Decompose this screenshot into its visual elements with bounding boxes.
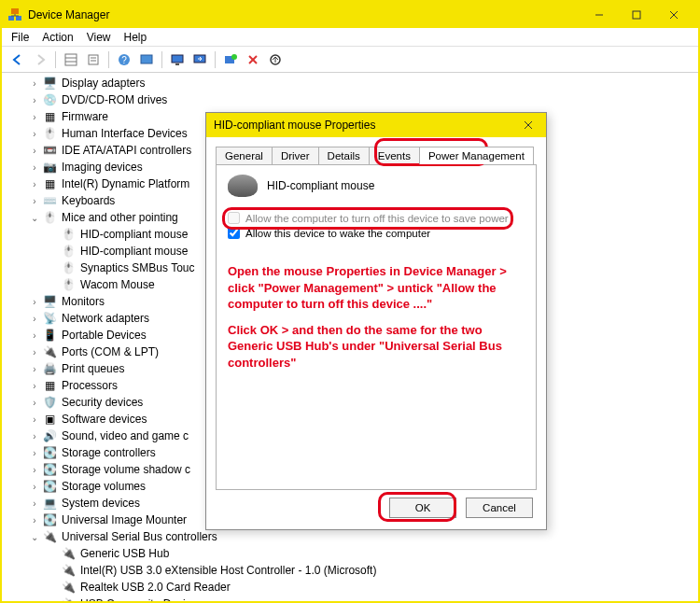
mouse-icon: 🖱️ bbox=[41, 210, 58, 225]
chip-icon: ▦ bbox=[41, 109, 58, 124]
mouse-icon: 🖱️ bbox=[60, 227, 77, 242]
close-button[interactable] bbox=[655, 4, 693, 26]
remove-device-icon[interactable] bbox=[243, 49, 263, 70]
disk-icon: 💽 bbox=[41, 512, 58, 527]
tree-leaf[interactable]: 🔌Intel(R) USB 3.0 eXtensible Host Contro… bbox=[47, 562, 698, 579]
scan-hardware-icon[interactable] bbox=[220, 49, 241, 70]
ok-button[interactable]: OK bbox=[389, 498, 456, 518]
app-icon bbox=[7, 7, 22, 22]
menu-help[interactable]: Help bbox=[124, 31, 147, 44]
storage-icon: 💽 bbox=[41, 479, 58, 494]
usb-icon: 🔌 bbox=[60, 563, 77, 578]
drive-icon: 📼 bbox=[41, 143, 58, 158]
forward-icon[interactable] bbox=[30, 49, 50, 70]
tab-driver[interactable]: Driver bbox=[272, 147, 319, 164]
storage-icon: 💽 bbox=[41, 445, 58, 460]
camera-icon: 📷 bbox=[41, 160, 58, 175]
checkbox-allow-wake[interactable]: Allow this device to wake the computer bbox=[228, 227, 525, 239]
tree-node-usb[interactable]: ⌄🔌Universal Serial Bus controllers bbox=[28, 528, 698, 545]
window-title: Device Manager bbox=[28, 8, 109, 21]
mouse-icon: 🖱️ bbox=[60, 277, 77, 292]
back-icon[interactable] bbox=[7, 49, 28, 70]
cpu-icon: ▦ bbox=[41, 378, 58, 393]
checkbox-input-wake[interactable] bbox=[228, 227, 240, 239]
software-icon: ▣ bbox=[41, 412, 58, 427]
svg-point-22 bbox=[231, 54, 237, 60]
checkbox-input-power-off[interactable] bbox=[228, 212, 240, 224]
mouse-icon: 🖱️ bbox=[60, 244, 77, 259]
svg-rect-6 bbox=[633, 11, 640, 19]
usb-icon: 🔌 bbox=[60, 580, 77, 595]
cancel-button[interactable]: Cancel bbox=[466, 498, 533, 518]
display-icon: 🖥️ bbox=[41, 76, 58, 91]
svg-rect-9 bbox=[65, 54, 77, 65]
maximize-button[interactable] bbox=[618, 4, 655, 26]
port-icon: 🔌 bbox=[41, 344, 58, 359]
monitor-icon: 🖥️ bbox=[41, 294, 58, 309]
tree-node[interactable]: ›💿DVD/CD-ROM drives bbox=[28, 91, 698, 108]
minimize-button[interactable] bbox=[581, 4, 618, 26]
usb-icon: 🔌 bbox=[60, 596, 77, 601]
svg-rect-18 bbox=[172, 55, 183, 63]
svg-rect-0 bbox=[8, 16, 14, 21]
svg-rect-17 bbox=[141, 55, 152, 63]
menu-file[interactable]: File bbox=[11, 31, 29, 44]
menu-bar: File Action View Help bbox=[2, 28, 698, 47]
disc-icon: 💿 bbox=[41, 92, 58, 107]
mouse-large-icon bbox=[228, 175, 258, 197]
usb-icon: 🔌 bbox=[41, 529, 58, 544]
system-icon: 💻 bbox=[41, 496, 58, 511]
properties-icon[interactable] bbox=[83, 49, 104, 70]
chip-icon: ▦ bbox=[41, 176, 58, 191]
update-driver-icon[interactable] bbox=[265, 49, 286, 70]
monitor-icon[interactable] bbox=[167, 49, 188, 70]
svg-text:?: ? bbox=[121, 55, 127, 65]
dialog-close-icon[interactable] bbox=[518, 115, 539, 135]
mouse-icon: 🖱️ bbox=[60, 260, 77, 275]
annotation-text: Open the mouse Properties in Device Mana… bbox=[228, 263, 525, 371]
storage-icon: 💽 bbox=[41, 462, 58, 477]
tab-events[interactable]: Events bbox=[369, 147, 420, 164]
menu-action[interactable]: Action bbox=[42, 31, 73, 44]
tab-general[interactable]: General bbox=[216, 147, 273, 164]
tree-leaf[interactable]: 🔌Generic USB Hub bbox=[47, 545, 698, 562]
tree-leaf[interactable]: 🔌USB Composite Device bbox=[47, 596, 698, 601]
keyboard-icon: ⌨️ bbox=[41, 193, 58, 208]
checkbox-allow-turn-off[interactable]: Allow the computer to turn off this devi… bbox=[228, 212, 525, 224]
tree-leaf[interactable]: 🔌Realtek USB 2.0 Card Reader bbox=[47, 579, 698, 596]
shield-icon: 🛡️ bbox=[41, 395, 58, 410]
dialog-title: HID-compliant mouse Properties bbox=[214, 119, 375, 132]
printer-icon: 🖨️ bbox=[41, 361, 58, 376]
help-icon[interactable]: ? bbox=[114, 49, 134, 70]
monitor-arrow-icon[interactable] bbox=[189, 49, 210, 70]
sound-icon: 🔊 bbox=[41, 428, 58, 443]
tree-node[interactable]: ›🖥️Display adapters bbox=[28, 75, 698, 91]
tab-details[interactable]: Details bbox=[318, 147, 370, 164]
hid-icon: 🖱️ bbox=[41, 126, 58, 141]
dialog-tabs: General Driver Details Events Power Mana… bbox=[216, 143, 537, 165]
svg-rect-2 bbox=[11, 8, 19, 14]
properties-dialog: HID-compliant mouse Properties General D… bbox=[205, 112, 547, 530]
view-icon[interactable] bbox=[136, 49, 157, 70]
show-tree-icon[interactable] bbox=[61, 49, 81, 70]
usb-icon: 🔌 bbox=[60, 546, 77, 561]
tab-power-management[interactable]: Power Management bbox=[419, 147, 534, 164]
menu-view[interactable]: View bbox=[87, 31, 111, 44]
svg-rect-12 bbox=[89, 55, 98, 64]
toolbar: ? bbox=[2, 47, 698, 73]
device-name-label: HID-compliant mouse bbox=[267, 179, 374, 192]
svg-rect-19 bbox=[175, 63, 179, 65]
network-icon: 📡 bbox=[41, 311, 58, 326]
portable-icon: 📱 bbox=[41, 328, 58, 343]
svg-rect-1 bbox=[16, 16, 21, 21]
